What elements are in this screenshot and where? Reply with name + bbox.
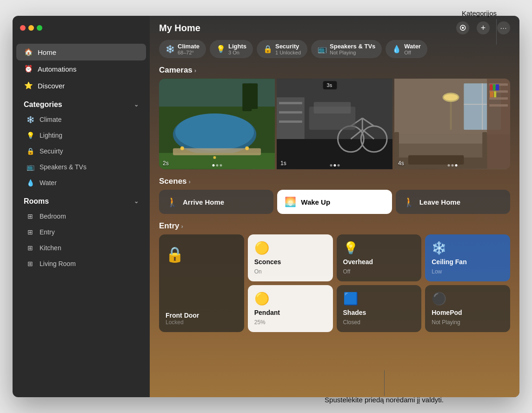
pill-speakers-name: Speakers & TVs (330, 43, 375, 50)
leave-home-label: Leave Home (419, 198, 460, 206)
svg-point-36 (444, 94, 458, 100)
camera-2-dots (330, 164, 339, 167)
device-sconces[interactable]: 🟡 Sconces On (248, 234, 333, 281)
sidebar-item-climate[interactable]: ❄️ Climate (16, 112, 146, 127)
annotation-bottom: Spustelėkite priedą norėdami jį valdyti. (325, 370, 444, 406)
pill-security[interactable]: 🔒 Security 1 Unlocked (257, 40, 307, 58)
sidebar-label-home: Home (38, 48, 56, 56)
svg-rect-26 (314, 102, 351, 113)
sidebar-item-living-room[interactable]: ⊞ Living Room (16, 256, 146, 272)
sidebar-item-lighting[interactable]: 💡 Lighting (16, 127, 146, 143)
pill-water-name: Water (404, 43, 421, 50)
device-pendant[interactable]: 🟡 Pendant 25% (248, 285, 333, 332)
pill-water[interactable]: 💧 Water Off (386, 40, 427, 58)
sidebar-item-entry[interactable]: ⊞ Entry (16, 224, 146, 240)
sidebar-item-security[interactable]: 🔒 Secuirty (16, 143, 146, 159)
device-ceiling-fan[interactable]: ❄️ Ceiling Fan Low (425, 234, 510, 281)
camera-2[interactable]: 3s 1s (277, 79, 392, 169)
front-door-status: Locked (166, 319, 238, 326)
minimize-button[interactable] (28, 25, 34, 31)
sidebar-item-speakers[interactable]: 📺 Speakers & TVs (16, 159, 146, 175)
sidebar-item-automations[interactable]: ⏰ Automations (16, 60, 146, 77)
annotation-top: Kategorijos (462, 9, 497, 45)
camera-1[interactable]: 2s (159, 79, 275, 169)
traffic-lights (20, 25, 42, 31)
entry-section-label[interactable]: Entry › (159, 220, 510, 234)
lighting-icon: 💡 (26, 131, 35, 140)
sidebar-item-bedroom[interactable]: ⊞ Bedroom (16, 208, 146, 224)
svg-rect-45 (489, 97, 508, 100)
device-front-door[interactable]: 🔒 Front Door Locked (159, 234, 244, 332)
more-button[interactable]: ··· (497, 21, 510, 34)
close-button[interactable] (20, 25, 26, 31)
svg-rect-48 (493, 84, 495, 90)
scenes-chevron-icon: › (189, 178, 191, 185)
camera-3-dots (447, 164, 457, 167)
kitchen-icon: ⊞ (26, 243, 35, 253)
sidebar-label-water: Water (40, 179, 57, 187)
scenes-section-label[interactable]: Scenes › (150, 175, 519, 190)
svg-rect-49 (496, 84, 499, 90)
entry-section: Entry › 🔒 Front Door Locked (150, 220, 519, 332)
wake-up-icon: 🌅 (285, 196, 296, 207)
sidebar-item-kitchen[interactable]: ⊞ Kitchen (16, 240, 146, 256)
device-shades[interactable]: 🟦 Shades Closed (337, 285, 422, 332)
rooms-section-header[interactable]: Rooms ⌄ (16, 191, 146, 208)
dot-2 (216, 164, 218, 167)
sidebar-titlebar (13, 16, 150, 40)
pill-speakers[interactable]: 📺 Speakers & TVs Not Playing (311, 40, 382, 58)
scenes-row: 🚶 Arrive Home 🌅 Wake Up 🚶 Leave Home (150, 190, 519, 220)
svg-point-10 (213, 156, 216, 159)
dot-1 (330, 164, 332, 167)
shades-icon: 🟦 (343, 292, 415, 306)
svg-rect-3 (249, 83, 258, 109)
shades-name: Shades (343, 309, 415, 316)
climate-icon: ❄️ (26, 115, 35, 124)
ceiling-fan-icon: ❄️ (432, 241, 504, 255)
pill-lights-icon: 💡 (216, 45, 226, 53)
sidebar-label-kitchen: Kitchen (40, 244, 61, 252)
sidebar-label-speakers: Speakers & TVs (40, 163, 86, 171)
sidebar-label-entry: Entry (40, 228, 55, 236)
dot-3 (337, 164, 339, 167)
front-door-name: Front Door (166, 312, 238, 319)
svg-point-8 (180, 147, 184, 150)
pill-lights[interactable]: 💡 Lights 3 On (210, 40, 253, 58)
dot-3 (219, 164, 222, 167)
sidebar-item-water[interactable]: 💧 Water (16, 175, 146, 191)
ceiling-fan-name: Ceiling Fan (432, 258, 504, 266)
camera-1-dots (212, 164, 222, 167)
pill-climate-name: Climate (178, 43, 200, 50)
scene-leave-home[interactable]: 🚶 Leave Home (396, 190, 510, 214)
overhead-status: Off (343, 268, 415, 275)
pill-speakers-value: Not Playing (330, 50, 375, 55)
pill-water-value: Off (404, 50, 421, 55)
categories-chevron-icon: ⌄ (134, 101, 139, 108)
camera-1-timestamp: 2s (163, 160, 169, 167)
scene-wake-up[interactable]: 🌅 Wake Up (277, 190, 392, 214)
svg-point-9 (245, 147, 249, 150)
sidebar-label-bedroom: Bedroom (40, 213, 66, 220)
homepod-name: HomePod (432, 309, 504, 316)
fullscreen-button[interactable] (37, 25, 42, 31)
sidebar: 🏠 Home ⏰ Automations ⭐ Discover Categori… (13, 16, 150, 397)
scene-arrive-home[interactable]: 🚶 Arrive Home (159, 190, 273, 214)
cameras-section-label[interactable]: Cameras › (150, 64, 519, 79)
pill-climate-icon: ❄️ (166, 45, 175, 53)
svg-rect-50 (490, 91, 493, 97)
categories-section-header[interactable]: Categories ⌄ (16, 94, 146, 112)
pill-security-icon: 🔒 (263, 45, 273, 53)
device-homepod[interactable]: ⚫ HomePod Not Playing (425, 285, 510, 332)
camera-3[interactable]: 4s (394, 79, 510, 169)
pill-climate[interactable]: ❄️ Climate 68–72° (159, 40, 206, 58)
svg-point-5 (175, 113, 254, 151)
sidebar-label-living-room: Living Room (40, 260, 76, 267)
sidebar-item-discover[interactable]: ⭐ Discover (16, 77, 146, 94)
security-icon: 🔒 (26, 147, 35, 156)
ceiling-fan-status: Low (432, 268, 504, 275)
device-overhead[interactable]: 💡 Overhead Off (337, 234, 422, 281)
sconces-name: Sconces (254, 258, 326, 266)
home-icon: 🏠 (24, 47, 33, 57)
sidebar-item-home[interactable]: 🏠 Home (16, 44, 146, 60)
pill-security-value: 1 Unlocked (275, 50, 301, 55)
